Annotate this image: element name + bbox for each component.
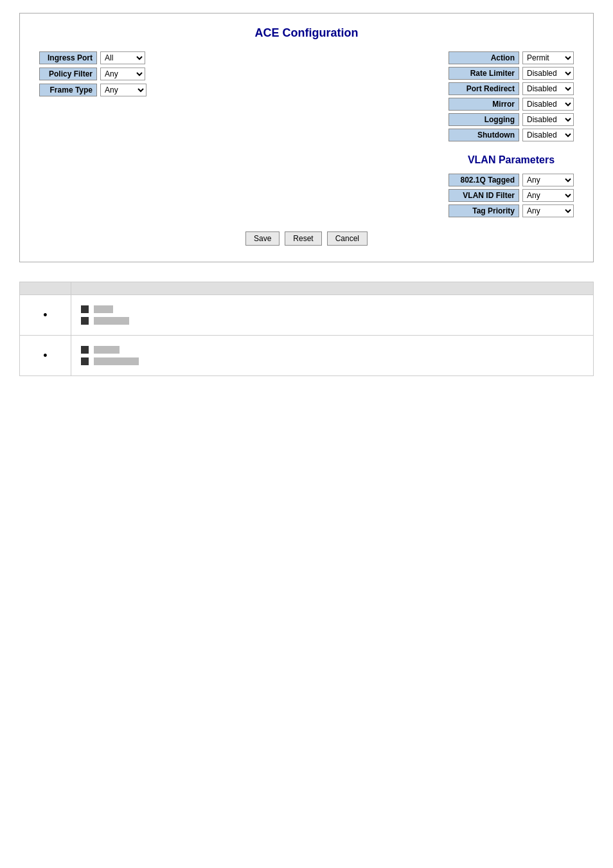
logging-label: Logging <box>449 113 519 126</box>
legend-item-2a <box>81 346 583 354</box>
ref-table: • • <box>19 282 594 376</box>
vlan-id-select[interactable]: Any Specific <box>522 189 574 202</box>
vlan-id-row: VLAN ID Filter Any Specific <box>449 189 574 202</box>
action-label: Action <box>449 51 519 64</box>
legend-square-1b <box>81 317 89 325</box>
legend-square-2a <box>81 346 89 354</box>
legend-bar-1b <box>94 317 129 325</box>
vlan-tagged-row: 802.1Q Tagged Any Tagged Untagged <box>449 174 574 186</box>
rate-limiter-row: Rate Limiter Disabled 1 2 <box>449 67 574 80</box>
vlan-title: VLAN Parameters <box>449 154 574 166</box>
shutdown-select[interactable]: Disabled Enabled <box>522 129 574 141</box>
tag-priority-row: Tag Priority Any 0 1 2 3 4 5 6 7 <box>449 204 574 217</box>
vlan-section: VLAN Parameters 802.1Q Tagged Any Tagged… <box>449 154 574 217</box>
frame-type-label: Frame Type <box>39 84 97 96</box>
logging-select[interactable]: Disabled Enabled <box>522 113 574 126</box>
rate-limiter-label: Rate Limiter <box>449 67 519 80</box>
buttons-row: Save Reset Cancel <box>39 231 574 246</box>
legend-item-1b <box>81 317 583 325</box>
right-section: Action Permit Deny Rate Limiter Disabled… <box>449 51 574 217</box>
vlan-fields: 802.1Q Tagged Any Tagged Untagged VLAN I… <box>449 174 574 217</box>
action-select[interactable]: Permit Deny <box>522 51 574 64</box>
right-fields: Action Permit Deny Rate Limiter Disabled… <box>449 51 574 141</box>
shutdown-label: Shutdown <box>449 129 519 141</box>
mirror-label: Mirror <box>449 98 519 111</box>
port-redirect-label: Port Redirect <box>449 82 519 95</box>
legend-bar-2b <box>94 357 139 365</box>
action-row: Action Permit Deny <box>449 51 574 64</box>
tag-priority-label: Tag Priority <box>449 204 519 217</box>
policy-filter-label: Policy Filter <box>39 68 97 80</box>
shutdown-row: Shutdown Disabled Enabled <box>449 129 574 141</box>
port-redirect-row: Port Redirect Disabled Port 1 Port 2 <box>449 82 574 95</box>
ref-row1-content <box>71 295 594 336</box>
mirror-select[interactable]: Disabled Enabled <box>522 98 574 111</box>
vlan-tagged-label: 802.1Q Tagged <box>449 174 519 186</box>
logging-row: Logging Disabled Enabled <box>449 113 574 126</box>
frame-type-select[interactable]: Any Ethernet ARP IPv4 <box>100 84 147 96</box>
ingress-port-label: Ingress Port <box>39 51 97 64</box>
port-redirect-select[interactable]: Disabled Port 1 Port 2 <box>522 82 574 95</box>
legend-bar-1a <box>94 305 113 313</box>
reset-button[interactable]: Reset <box>285 231 321 246</box>
legend-square-2b <box>81 357 89 365</box>
legend-item-2b <box>81 357 583 365</box>
ref-row1-bullet: • <box>20 295 71 336</box>
save-button[interactable]: Save <box>245 231 280 246</box>
left-section: Ingress Port All Port 1 Port 2 Policy Fi… <box>39 51 147 217</box>
ingress-port-select[interactable]: All Port 1 Port 2 <box>100 51 145 64</box>
ace-title: ACE Configuration <box>39 26 574 40</box>
policy-filter-row: Policy Filter Any 1 2 <box>39 68 147 80</box>
vlan-tagged-select[interactable]: Any Tagged Untagged <box>522 174 574 186</box>
ref-row2-bullet: • <box>20 336 71 376</box>
ref-header-col1 <box>20 282 71 295</box>
mirror-row: Mirror Disabled Enabled <box>449 98 574 111</box>
ace-content: Ingress Port All Port 1 Port 2 Policy Fi… <box>39 51 574 217</box>
vlan-id-label: VLAN ID Filter <box>449 189 519 202</box>
tag-priority-select[interactable]: Any 0 1 2 3 4 5 6 7 <box>522 204 574 217</box>
ref-header-col2 <box>71 282 594 295</box>
legend-item-1a <box>81 305 583 313</box>
ref-row2-content <box>71 336 594 376</box>
cancel-button[interactable]: Cancel <box>327 231 368 246</box>
policy-filter-select[interactable]: Any 1 2 <box>100 68 145 80</box>
frame-type-row: Frame Type Any Ethernet ARP IPv4 <box>39 84 147 96</box>
page-wrapper: ACE Configuration Ingress Port All Port … <box>0 0 613 389</box>
rate-limiter-select[interactable]: Disabled 1 2 <box>522 67 574 80</box>
ingress-port-row: Ingress Port All Port 1 Port 2 <box>39 51 147 64</box>
legend-bar-2a <box>94 346 120 354</box>
legend-square-1a <box>81 305 89 313</box>
ace-config-box: ACE Configuration Ingress Port All Port … <box>19 13 594 262</box>
